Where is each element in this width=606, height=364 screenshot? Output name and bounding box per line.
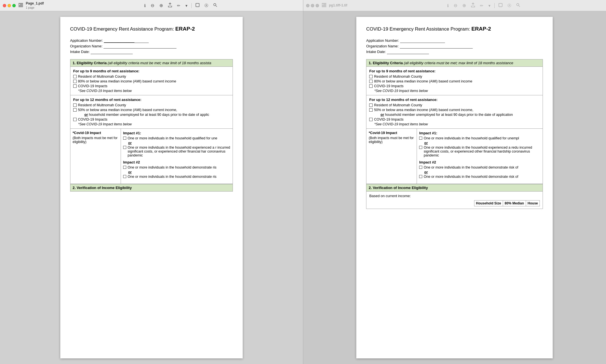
zoom-out-icon[interactable]: ⊖: [150, 2, 155, 9]
left-doc-scroll[interactable]: COVID-19 Emergency Rent Assistance Progr…: [0, 11, 303, 364]
right-i2-cb2[interactable]: [419, 175, 422, 178]
left-title-text: COVID-19 Emergency Rent Assistance Progr…: [70, 26, 174, 32]
svg-rect-8: [322, 3, 326, 4]
left-9m-cb1[interactable]: [73, 75, 77, 78]
traffic-lights: [3, 4, 16, 7]
right-12m-cb1[interactable]: [369, 103, 373, 107]
right-doc-scroll[interactable]: COVID-19 Emergency Rent Assistance Progr…: [303, 11, 606, 364]
right-12m-item3: COVID-19 Impacts: [369, 118, 540, 121]
left-i1-cb1[interactable]: [123, 137, 126, 140]
right-9m-cb2[interactable]: [369, 80, 373, 83]
right-circle-a-icon[interactable]: Ⓐ: [506, 3, 512, 9]
right-i2-text2: One or more individuals in the household…: [424, 175, 518, 179]
intake-date-label: Intake Date:: [70, 50, 90, 54]
right-pen-icon[interactable]: ✏: [479, 3, 485, 8]
right-pen-caret-icon[interactable]: ▾: [487, 3, 492, 8]
left-doc-page: COVID-19 Emergency Rent Assistance Progr…: [60, 17, 243, 358]
right-9m-text1: Resident of Multnomah County: [374, 75, 422, 79]
left-12m-cb3[interactable]: [73, 118, 77, 121]
table-header-col2: 80% Median: [503, 200, 526, 206]
right-zoom-out-icon[interactable]: ⊖: [453, 2, 458, 9]
right-12m-or-continue: household member unemployed for at least…: [385, 113, 513, 117]
right-i2-text1: One or more individuals in the household…: [424, 165, 518, 169]
right-9m-cb1[interactable]: [369, 75, 373, 78]
svg-line-7: [216, 6, 217, 7]
right-i1-cb2[interactable]: [419, 146, 422, 149]
left-i1-text1: One or more individuals in the household…: [128, 136, 217, 140]
right-impact1-title: Impact #1:: [419, 131, 540, 135]
right-file-title: pg1.tiff-1.tif: [329, 3, 347, 8]
app-number-value: _______________: [104, 38, 149, 43]
pen-icon[interactable]: ✏: [176, 3, 182, 8]
left-section1-header: 1. Eligibility Criteria (all eligibility…: [70, 59, 233, 67]
right-search-icon[interactable]: [515, 3, 521, 8]
right-i1-item2: One or more individuals in the household…: [419, 146, 540, 157]
right-12m-cb3[interactable]: [369, 118, 373, 121]
info-icon[interactable]: ℹ: [143, 3, 147, 8]
table-header-row: Household Size 80% Median House: [474, 200, 540, 206]
left-9m-item1: Resident of Multnomah County: [73, 75, 230, 79]
right-crop-icon[interactable]: [497, 3, 504, 8]
right-12m-item1: Resident of Multnomah County: [369, 103, 540, 107]
right-share-icon[interactable]: [470, 2, 476, 9]
right-9m-cb3[interactable]: [369, 84, 373, 88]
left-i1-cb2[interactable]: [123, 146, 126, 149]
right-12m-cb2[interactable]: [369, 108, 373, 112]
right-i1-cb1[interactable]: [419, 137, 422, 140]
right-9m-text3: COVID-19 Impacts: [374, 84, 403, 88]
table-header-col3: House: [526, 200, 540, 206]
right-12months-title: For up to 12 months of rent assistance:: [369, 98, 540, 102]
intake-date-line: Intake Date:: [70, 50, 233, 54]
circle-a-icon[interactable]: Ⓐ: [203, 3, 209, 9]
right-section1-italic: (all eligibility criteria must be met; m…: [404, 61, 513, 65]
zoom-in-icon[interactable]: ⊕: [158, 2, 164, 9]
left-doc-title: COVID-19 Emergency Rent Assistance Progr…: [70, 25, 233, 33]
right-app-number-line: Application Number:: [366, 38, 543, 43]
svg-rect-5: [196, 3, 199, 7]
left-12m-item1: Resident of Multnomah County: [73, 103, 230, 107]
right-info-icon[interactable]: ℹ: [446, 3, 450, 8]
left-9m-cb3[interactable]: [73, 84, 77, 88]
left-i2-cb1[interactable]: [123, 166, 126, 169]
left-9m-item2: 80% or below area median income (AMI) ba…: [73, 79, 230, 83]
share-icon[interactable]: [167, 2, 173, 9]
right-i2-cb1[interactable]: [419, 166, 422, 169]
left-12m-cb1[interactable]: [73, 103, 77, 107]
sidebar-toggle-icon[interactable]: [17, 3, 24, 8]
maximize-button[interactable]: [12, 4, 16, 7]
right-app-number-value: [400, 38, 445, 43]
left-toolbar: Page_1.pdf 1 page ℹ ⊖ ⊕ ✏ ▾: [0, 0, 303, 11]
right-zoom-in-icon[interactable]: ⊕: [461, 2, 467, 9]
left-i1-item1: One or more individuals in the household…: [123, 136, 230, 140]
right-intake-date-line: Intake Date:: [366, 50, 543, 54]
right-12m-item2: 50% or below area median income (AMI) ba…: [369, 108, 540, 112]
svg-rect-2: [19, 4, 19, 5]
right-toolbar-divider: [494, 3, 495, 8]
right-9months-title: For up to 9 months of rent assistance:: [369, 69, 540, 73]
left-9m-item3: COVID-19 Impacts: [73, 84, 230, 88]
left-9m-cb2[interactable]: [73, 80, 77, 83]
svg-rect-12: [322, 6, 326, 7]
svg-rect-3: [19, 5, 23, 6]
right-9m-note: *See COVID-19 Impact items below: [374, 89, 540, 93]
right-sidebar-toggle[interactable]: [321, 3, 327, 8]
left-section2-title: 2. Verification of Income Eligibility: [73, 186, 132, 190]
left-i2-text2: One or more individuals in the household…: [128, 175, 217, 179]
minimize-button[interactable]: [8, 4, 11, 7]
close-button[interactable]: [3, 4, 6, 7]
left-filename: Page_1.pdf: [26, 1, 44, 6]
right-section2-sub: Based on current income:: [369, 194, 540, 198]
crop-icon[interactable]: [194, 3, 201, 8]
left-12m-text2: 50% or below area median income (AMI) ba…: [78, 108, 177, 112]
right-title-bold: ERAP-2: [471, 26, 491, 32]
left-i2-text1: One or more individuals in the household…: [128, 165, 217, 169]
left-form-fields: Application Number: _______________ Orga…: [70, 38, 233, 54]
left-i2-cb2[interactable]: [123, 175, 126, 178]
right-intake-date-value: [387, 50, 429, 54]
left-12m-or-line: or household member unemployed for at le…: [79, 113, 230, 117]
search-icon[interactable]: [212, 3, 218, 8]
pen-caret-icon[interactable]: ▾: [184, 3, 189, 8]
left-9m-note: *See COVID-19 Impact items below: [78, 89, 230, 93]
left-12m-cb2[interactable]: [73, 108, 77, 112]
right-impact1: Impact #1: One or more individuals in th…: [419, 131, 540, 157]
